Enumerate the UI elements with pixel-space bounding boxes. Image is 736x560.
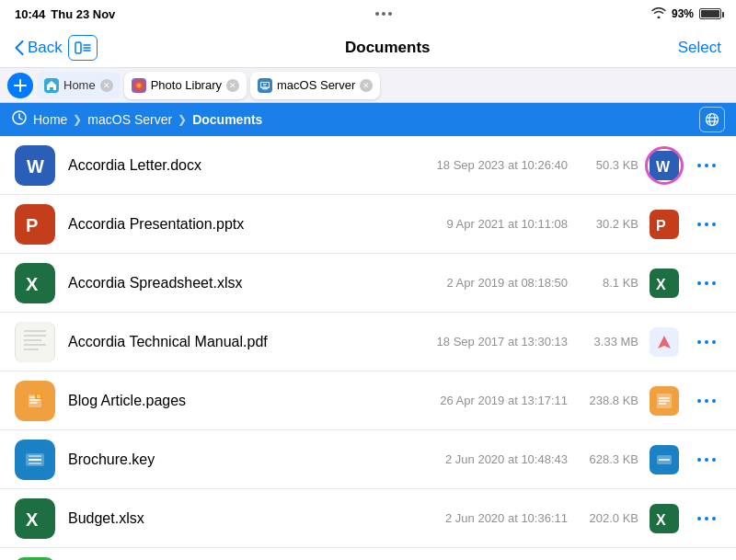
breadcrumb-bar: Home ❯ macOS Server ❯ Documents	[0, 103, 736, 136]
file-more-button[interactable]	[692, 397, 721, 405]
date-label: Thu 23 Nov	[51, 7, 115, 21]
svg-rect-0	[75, 42, 81, 53]
svg-rect-32	[35, 394, 42, 399]
nav-left: Back	[15, 35, 98, 61]
file-icon-xlsx: X	[15, 263, 55, 303]
svg-rect-8	[261, 83, 269, 87]
macos-server-tab-close[interactable]: ✕	[360, 79, 373, 92]
svg-point-13	[709, 114, 715, 126]
status-right: 93%	[651, 7, 721, 21]
file-icon-budget-xlsx: X	[15, 498, 55, 539]
file-info: Budget.xlsx 2 Jun 2020 at 10:36:11 202.0…	[68, 504, 679, 533]
file-icon-pdf	[15, 322, 55, 362]
file-item-charting-basics[interactable]: Charting Basics.numbers 20 Nov 2017 at 0…	[0, 548, 736, 560]
time-label: 10:44	[15, 7, 45, 21]
file-name: Accordia Technical Manual.pdf	[68, 334, 437, 350]
file-more-button[interactable]	[692, 338, 721, 346]
file-name: Blog Article.pages	[68, 393, 440, 409]
file-item-budget[interactable]: X Budget.xlsx 2 Jun 2020 at 10:36:11 202…	[0, 489, 736, 548]
file-item-blog-article[interactable]: Blog Article.pages 26 Apr 2019 at 13:17:…	[0, 371, 736, 430]
select-button[interactable]: Select	[678, 39, 721, 57]
globe-button[interactable]	[699, 107, 725, 132]
back-button[interactable]: Back	[15, 39, 63, 57]
home-tab-close[interactable]: ✕	[100, 79, 113, 92]
tab-home[interactable]: Home ✕	[37, 72, 121, 99]
tab-macos-server[interactable]: macOS Server ✕	[250, 72, 380, 99]
file-name: Accordia Letter.docx	[68, 157, 437, 174]
file-meta: 2 Jun 2020 at 10:48:43 628.3 KB	[445, 445, 679, 474]
file-info: Accordia Spreadsheet.xlsx 2 Apr 2019 at …	[68, 269, 679, 298]
tab-bar: Home ✕ Photo Library ✕ macOS Server ✕	[0, 68, 736, 103]
back-label: Back	[28, 39, 63, 57]
file-app-icon-container: W	[650, 151, 679, 180]
file-info: Accordia Letter.docx 18 Sep 2023 at 10:2…	[68, 151, 679, 180]
file-icon-numbers	[15, 557, 55, 561]
breadcrumb-chevron-1: ❯	[73, 113, 82, 126]
file-size: 238.8 KB	[579, 394, 638, 407]
macos-server-tab-label: macOS Server	[277, 78, 355, 92]
photo-library-tab-label: Photo Library	[151, 78, 222, 92]
key-app-icon	[650, 445, 679, 474]
pdf-app-icon	[650, 327, 679, 357]
breadcrumb-home[interactable]: Home	[33, 112, 67, 127]
file-more-button[interactable]	[692, 456, 721, 463]
file-meta: 18 Sep 2023 at 10:26:40 50.3 KB W	[437, 151, 679, 180]
breadcrumb-chevron-2: ❯	[178, 113, 187, 126]
file-date: 2 Apr 2019 at 08:18:50	[446, 276, 568, 290]
file-size: 8.1 KB	[579, 276, 638, 290]
budget-xlsx-app-icon: X	[650, 504, 679, 533]
file-more-button[interactable]	[692, 280, 721, 287]
file-item-accordia-letter[interactable]: W Accordia Letter.docx 18 Sep 2023 at 10…	[0, 136, 736, 195]
svg-rect-25	[18, 322, 52, 362]
file-meta: 18 Sep 2017 at 13:30:13 3.33 MB	[437, 327, 679, 357]
xlsx-app-icon: X	[650, 269, 679, 298]
file-info: Blog Article.pages 26 Apr 2019 at 13:17:…	[68, 386, 679, 416]
file-name: Accordia Presentation.pptx	[68, 216, 446, 233]
photo-library-tab-close[interactable]: ✕	[226, 79, 239, 92]
file-icon-ppt: P	[15, 204, 55, 245]
word-app-icon: W	[650, 151, 679, 180]
breadcrumb-documents[interactable]: Documents	[192, 112, 262, 127]
svg-text:X: X	[26, 274, 39, 294]
file-date: 2 Jun 2020 at 10:36:11	[445, 511, 568, 525]
file-icon-word: W	[15, 145, 55, 186]
file-size: 202.0 KB	[579, 511, 638, 525]
status-dots	[375, 12, 392, 16]
file-more-button[interactable]	[692, 221, 721, 228]
file-item-accordia-presentation[interactable]: P Accordia Presentation.pptx 9 Apr 2021 …	[0, 195, 736, 254]
breadcrumb-history-button[interactable]	[11, 110, 28, 129]
svg-text:P: P	[26, 215, 38, 235]
file-date: 9 Apr 2021 at 10:11:08	[446, 217, 568, 231]
macos-server-tab-icon	[258, 78, 272, 93]
breadcrumb-left: Home ❯ macOS Server ❯ Documents	[11, 110, 262, 129]
file-meta: 2 Apr 2019 at 08:18:50 8.1 KB X	[446, 269, 679, 298]
file-meta: 26 Apr 2019 at 13:17:11 238.8 KB	[440, 386, 679, 416]
file-more-button[interactable]	[692, 515, 721, 522]
file-list: W Accordia Letter.docx 18 Sep 2023 at 10…	[0, 136, 736, 560]
add-tab-button[interactable]	[7, 73, 33, 98]
file-size: 628.3 KB	[579, 452, 638, 466]
nav-bar: Back Documents Select	[0, 28, 736, 68]
home-tab-label: Home	[63, 78, 96, 92]
file-icon-pages	[15, 381, 55, 421]
breadcrumb-macos-server[interactable]: macOS Server	[87, 112, 172, 127]
ppt-app-icon: P	[650, 210, 679, 239]
home-tab-icon	[44, 78, 59, 93]
pages-app-icon	[650, 386, 679, 416]
file-icon-key	[15, 440, 55, 480]
file-name: Brochure.key	[68, 451, 445, 468]
file-info: Brochure.key 2 Jun 2020 at 10:48:43 628.…	[68, 445, 679, 474]
sidebar-toggle-button[interactable]	[68, 35, 98, 61]
file-item-brochure[interactable]: Brochure.key 2 Jun 2020 at 10:48:43 628.…	[0, 430, 736, 489]
file-meta: 2 Jun 2020 at 10:36:11 202.0 KB X	[445, 504, 679, 533]
svg-point-12	[707, 114, 719, 126]
file-date: 18 Sep 2017 at 13:30:13	[437, 335, 568, 349]
tab-photo-library[interactable]: Photo Library ✕	[124, 72, 247, 99]
file-more-button[interactable]	[692, 162, 721, 169]
file-size: 50.3 KB	[579, 158, 638, 172]
svg-text:X: X	[26, 509, 39, 530]
file-item-accordia-spreadsheet[interactable]: X Accordia Spreadsheet.xlsx 2 Apr 2019 a…	[0, 254, 736, 313]
file-name: Budget.xlsx	[68, 510, 445, 527]
file-date: 2 Jun 2020 at 10:48:43	[445, 452, 568, 466]
file-item-accordia-technical-manual[interactable]: Accordia Technical Manual.pdf 18 Sep 201…	[0, 313, 736, 371]
